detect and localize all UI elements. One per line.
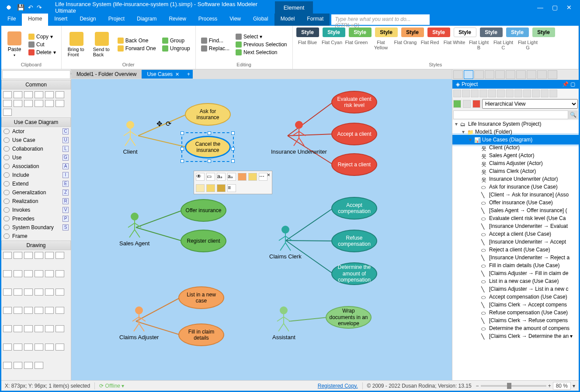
menu-model[interactable]: Model [274, 14, 301, 26]
style-flat-blue[interactable]: Style [296, 28, 319, 37]
use-case[interactable]: Accept a client [331, 123, 377, 145]
prev-selection-button[interactable]: Previous Selection [234, 41, 288, 48]
draw-cylinder[interactable] [24, 289, 33, 296]
pt-6[interactable] [497, 89, 505, 97]
actor[interactable]: Sales Agent [119, 212, 149, 247]
style-flat-white[interactable]: Style [454, 28, 476, 37]
tab-use-cases[interactable]: Use Cases✕ [142, 70, 184, 79]
ct-style[interactable]: aₐ [217, 173, 226, 181]
replace-button[interactable]: Replac... [199, 45, 231, 52]
toolbox-item[interactable]: System BoundaryS [1, 223, 71, 232]
menu-project[interactable]: Project [102, 14, 131, 26]
draw-parallelogram[interactable] [3, 289, 12, 296]
toolbox-item[interactable]: GeneralizationZ [1, 188, 71, 197]
draw-l[interactable] [56, 325, 64, 332]
pt-7[interactable] [506, 89, 514, 97]
toolbox-header-usecase[interactable]: Use Case Diagram [1, 117, 71, 127]
draw-text[interactable] [45, 307, 54, 314]
tab-folder-overview[interactable]: Model1 - Folder Overview [71, 70, 142, 79]
tool-label[interactable] [14, 100, 22, 107]
zoom-in-icon[interactable]: + [548, 383, 551, 389]
tree-node[interactable]: 웃Client (Actor) [452, 144, 579, 151]
pt-9[interactable] [523, 89, 531, 97]
zoom-out-icon[interactable]: − [476, 383, 479, 389]
context-tab-element[interactable]: Element [275, 1, 313, 14]
ct-color[interactable] [238, 173, 247, 181]
toolbox-search-input[interactable] [2, 70, 70, 79]
style-flat-orange[interactable]: Style [401, 28, 424, 37]
tree-node[interactable]: ╲[Claims Clerk → Accept compens [452, 301, 579, 309]
draw-rect[interactable] [45, 252, 54, 259]
tree-node[interactable]: ▾🗂Life Insurance System (Project) [452, 120, 579, 128]
toolbox-item[interactable]: ActorC [1, 127, 71, 136]
draw-group2[interactable] [3, 362, 12, 369]
draw-group1[interactable] [56, 344, 64, 351]
draw-font[interactable] [56, 307, 64, 314]
draw-brace[interactable] [35, 344, 43, 351]
draw-cloud[interactable] [14, 307, 22, 314]
use-case[interactable]: Cancel the insurance [185, 136, 231, 158]
tool-note[interactable] [35, 100, 43, 107]
find-button[interactable]: Find... [199, 37, 231, 44]
pt-12[interactable] [549, 89, 557, 97]
pt-3[interactable] [471, 89, 479, 97]
group-button[interactable]: Group [160, 37, 192, 44]
move-icon[interactable]: ✥ [156, 120, 162, 128]
pt-8[interactable] [514, 89, 522, 97]
style-flat-yellow[interactable]: Style [375, 28, 398, 37]
close-icon[interactable]: ✕ [566, 4, 572, 11]
pt-1[interactable] [453, 89, 461, 97]
toolbox-header-drawing[interactable]: Drawing [1, 241, 71, 250]
rp-tab-4[interactable] [485, 70, 494, 79]
draw-pill[interactable] [35, 270, 43, 277]
tab-close-icon[interactable]: ✕ [175, 72, 179, 77]
maximize-icon[interactable]: ▢ [552, 4, 558, 11]
draw-triangle[interactable] [45, 270, 54, 277]
tree-expand-icon[interactable]: ▾ [468, 137, 472, 143]
copy-button[interactable]: Copy ▾ [27, 33, 58, 40]
menu-format[interactable]: Format [301, 14, 330, 26]
draw-trapezoid[interactable] [56, 270, 64, 277]
draw-pentagon[interactable] [45, 289, 54, 296]
style-flat-red[interactable]: Style [427, 28, 450, 37]
draw-star5[interactable] [35, 307, 43, 314]
tree-node[interactable]: ╲[Claims Clerk → Refuse compens [452, 316, 579, 324]
send-to-back-button[interactable]: Send to Back [90, 28, 113, 61]
ct-lines[interactable]: ≡ [227, 184, 236, 192]
tool-pointer[interactable] [3, 91, 12, 98]
project-search-input[interactable] [453, 110, 568, 119]
tree-node[interactable]: ╲[Insurance Underwriter → Accept [452, 238, 579, 246]
pt-4[interactable] [479, 89, 487, 97]
zoom-dropdown-icon[interactable]: ▾ [573, 383, 575, 389]
rp-tab-7[interactable] [516, 70, 526, 79]
menu-process[interactable]: Process [192, 14, 223, 26]
tree-node[interactable]: ╲[Sales Agent → Offer insurance] ( [452, 206, 579, 214]
draw-octagon[interactable] [56, 289, 64, 296]
registered-link[interactable]: Registered Copy. [318, 383, 358, 389]
toolbox-item[interactable]: InvokesV [1, 206, 71, 214]
cut-button[interactable]: Cut [27, 41, 58, 48]
draw-doc[interactable] [24, 344, 33, 351]
use-case[interactable]: Register client [181, 230, 226, 252]
use-case[interactable]: List in a new case [178, 286, 224, 309]
rp-tab-2[interactable] [464, 70, 473, 79]
tool-zoom[interactable] [24, 91, 33, 98]
diagram-canvas[interactable]: ClientInsurance UnderwriterSales AgentCl… [71, 79, 452, 380]
menu-view[interactable]: View [223, 14, 247, 26]
bring-to-front-button[interactable]: Bring to Front [65, 28, 88, 61]
tree-expand-icon[interactable]: ▾ [461, 129, 465, 135]
search-icon[interactable]: 🔍 [568, 110, 578, 119]
draw-hex[interactable] [35, 289, 43, 296]
tree-node[interactable]: ╲[Claims Adjuster → Fill in claim de [452, 269, 579, 277]
tree-node[interactable]: ⬭Ask for insurance (Use Case) [452, 183, 579, 191]
tool-container[interactable] [56, 100, 64, 107]
menu-diagram[interactable]: Diagram [131, 14, 163, 26]
rp-tab-8[interactable] [527, 70, 536, 79]
tool-connector[interactable] [3, 100, 12, 107]
rp-tab-6[interactable] [506, 70, 515, 79]
ct-eye-icon[interactable]: 👁 [196, 173, 205, 181]
tree-node[interactable]: ⬭Fill in claim details (Use Case) [452, 261, 579, 269]
tree-node[interactable]: 웃Claims Clerk (Actor) [452, 167, 579, 175]
tool-text[interactable] [35, 91, 43, 98]
style-flat-light-g[interactable]: Style [532, 28, 555, 37]
